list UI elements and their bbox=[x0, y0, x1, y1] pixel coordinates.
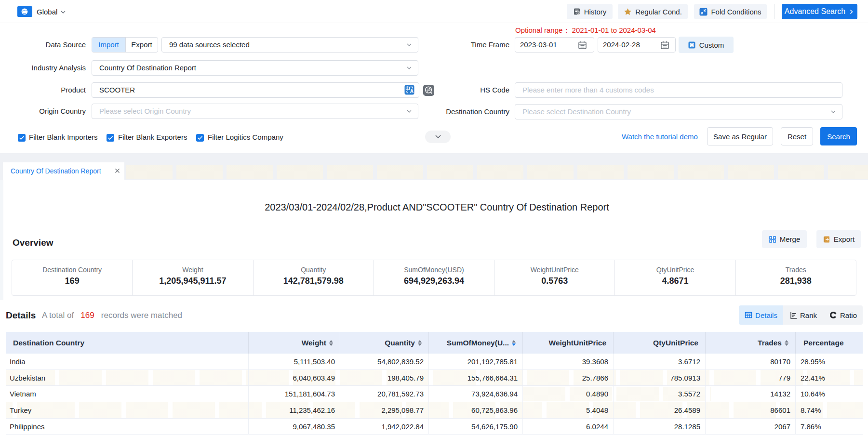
svg-text:⌘: ⌘ bbox=[689, 42, 694, 48]
svg-text:A: A bbox=[410, 89, 414, 94]
